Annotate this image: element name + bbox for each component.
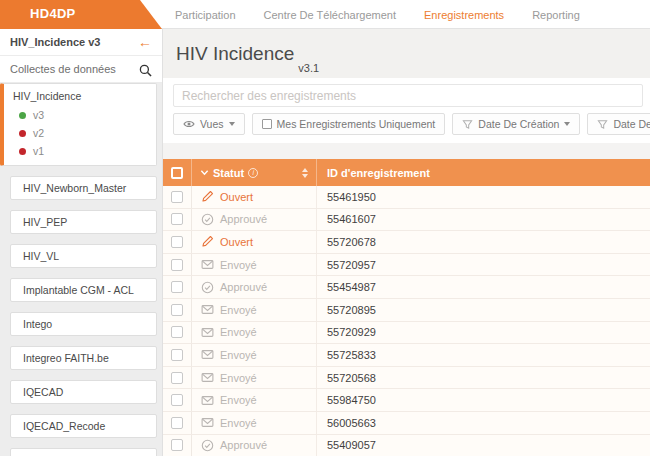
pencil-icon	[201, 235, 214, 248]
status-column-label: Statut	[213, 167, 244, 179]
record-id[interactable]: 55454987	[317, 281, 650, 293]
record-id[interactable]: 55725833	[317, 349, 650, 361]
sort-icon[interactable]	[302, 168, 308, 178]
version-item[interactable]: v3	[4, 106, 156, 124]
row-checkbox-cell	[163, 209, 192, 231]
status-cell[interactable]: Envoyé	[192, 367, 317, 389]
row-checkbox[interactable]	[171, 236, 183, 248]
row-checkbox[interactable]	[171, 349, 183, 361]
status-cell[interactable]: Ouvert	[192, 231, 317, 253]
row-checkbox[interactable]	[171, 259, 183, 271]
collection-list: HIV_Incidence v3 v2	[0, 83, 162, 456]
sidebar-item[interactable]: IQECAD	[10, 380, 157, 404]
version-label: v2	[33, 127, 44, 139]
main-content: HIV Incidence v3.1 Vues Mes Enregistreme…	[163, 29, 650, 456]
status-cell[interactable]: Envoyé	[192, 299, 317, 321]
toolbar-panel: Vues Mes Enregistrements Uniquement Date…	[163, 78, 650, 143]
views-button[interactable]: Vues	[173, 113, 245, 135]
row-checkbox[interactable]	[171, 394, 183, 406]
search-icon[interactable]	[139, 63, 152, 76]
record-id[interactable]: 55461607	[317, 213, 650, 225]
version-item[interactable]: v2	[4, 124, 156, 142]
status-label: Ouvert	[220, 236, 253, 248]
status-cell[interactable]: Envoyé	[192, 412, 317, 434]
my-records-only-toggle[interactable]: Mes Enregistrements Uniquement	[252, 113, 446, 135]
sidebar-item[interactable]: HIV_PEP	[10, 210, 157, 234]
table-row: Ouvert 55720678	[163, 231, 650, 254]
status-label: Envoyé	[220, 326, 257, 338]
status-cell[interactable]: Envoyé	[192, 322, 317, 344]
spacer	[163, 143, 650, 159]
sidebar-item-partial[interactable]	[10, 448, 157, 456]
records-search-input[interactable]	[173, 84, 643, 107]
status-cell[interactable]: Envoyé	[192, 389, 317, 411]
row-checkbox-cell	[163, 367, 192, 389]
status-cell[interactable]: Envoyé	[192, 254, 317, 276]
status-label: Ouvert	[220, 191, 253, 203]
status-column-header[interactable]: Statut i	[192, 159, 317, 186]
my-records-checkbox[interactable]	[262, 119, 272, 129]
nav-tab[interactable]: Centre De Téléchargement	[264, 9, 396, 21]
row-checkbox[interactable]	[171, 304, 183, 316]
record-id[interactable]: 56005663	[317, 417, 650, 429]
row-checkbox-cell	[163, 435, 192, 456]
envelope-icon	[201, 394, 214, 407]
table-row: Envoyé 55984750	[163, 389, 650, 412]
nav-tab[interactable]: Reporting	[532, 9, 580, 21]
record-id[interactable]: 55720678	[317, 236, 650, 248]
row-checkbox-cell	[163, 276, 192, 298]
nav-tab[interactable]: Enregistrements	[424, 9, 504, 21]
record-id[interactable]: 55720957	[317, 259, 650, 271]
row-checkbox[interactable]	[171, 372, 183, 384]
eye-icon	[183, 118, 195, 130]
status-cell[interactable]: Approuvé	[192, 209, 317, 231]
row-checkbox[interactable]	[171, 417, 183, 429]
collapse-sidebar-arrow-icon[interactable]: ←	[138, 35, 152, 49]
creation-date-filter-button[interactable]: Date De Création	[452, 113, 580, 135]
row-checkbox-cell	[163, 389, 192, 411]
sidebar-item-hiv-incidence[interactable]: HIV_Incidence v3 v2	[0, 83, 157, 166]
sidebar-item[interactable]: Integreo FAITH.be	[10, 346, 157, 370]
table-row: Envoyé 55720568	[163, 367, 650, 390]
envelope-icon	[201, 416, 214, 429]
status-cell[interactable]: Envoyé	[192, 344, 317, 366]
record-id[interactable]: 55720568	[317, 372, 650, 384]
filter-button-row: Vues Mes Enregistrements Uniquement Date…	[173, 113, 643, 135]
sidebar-item[interactable]: IQECAD_Recode	[10, 414, 157, 438]
row-checkbox[interactable]	[171, 326, 183, 338]
status-cell[interactable]: Approuvé	[192, 276, 317, 298]
row-checkbox[interactable]	[171, 191, 183, 203]
version-status-dot	[19, 112, 26, 119]
page-title: HIV Incidence	[176, 43, 294, 65]
row-checkbox[interactable]	[171, 281, 183, 293]
status-cell[interactable]: Approuvé	[192, 435, 317, 456]
check-circle-icon	[201, 213, 214, 226]
record-id[interactable]: 55720929	[317, 326, 650, 338]
record-id-column-header[interactable]: ID d'enregistrement	[317, 159, 650, 186]
my-records-label: Mes Enregistrements Uniquement	[277, 118, 436, 130]
sidebar-item[interactable]: Intego	[10, 312, 157, 336]
last-modified-filter-button[interactable]: Date De La Dernière Modification	[587, 113, 650, 135]
select-all-checkbox[interactable]	[171, 167, 183, 179]
sidebar-item[interactable]: HIV_VL	[10, 244, 157, 268]
record-id[interactable]: 55461950	[317, 191, 650, 203]
sidebar-item[interactable]: HIV_Newborn_Master	[10, 176, 157, 200]
sidebar: HIV_Incidence v3 ← Collectes de données …	[0, 29, 163, 456]
record-id[interactable]: 55720895	[317, 304, 650, 316]
row-checkbox-cell	[163, 231, 192, 253]
info-icon[interactable]: i	[248, 168, 258, 178]
nav-tab[interactable]: Participation	[175, 9, 236, 21]
sidebar-item[interactable]: Implantable CGM - ACL	[10, 278, 157, 302]
table-row: Envoyé 55720895	[163, 299, 650, 322]
record-id[interactable]: 55984750	[317, 394, 650, 406]
status-cell[interactable]: Ouvert	[192, 186, 317, 208]
sidebar-header: HIV_Incidence v3 ← Collectes de données	[0, 29, 162, 83]
row-checkbox[interactable]	[171, 213, 183, 225]
record-id[interactable]: 55409057	[317, 439, 650, 451]
version-item[interactable]: v1	[4, 142, 156, 160]
row-checkbox-cell	[163, 322, 192, 344]
page-title-version: v3.1	[298, 62, 319, 78]
pencil-icon	[201, 190, 214, 203]
collection-label[interactable]: HIV_Incidence	[4, 84, 156, 106]
row-checkbox[interactable]	[171, 439, 183, 451]
